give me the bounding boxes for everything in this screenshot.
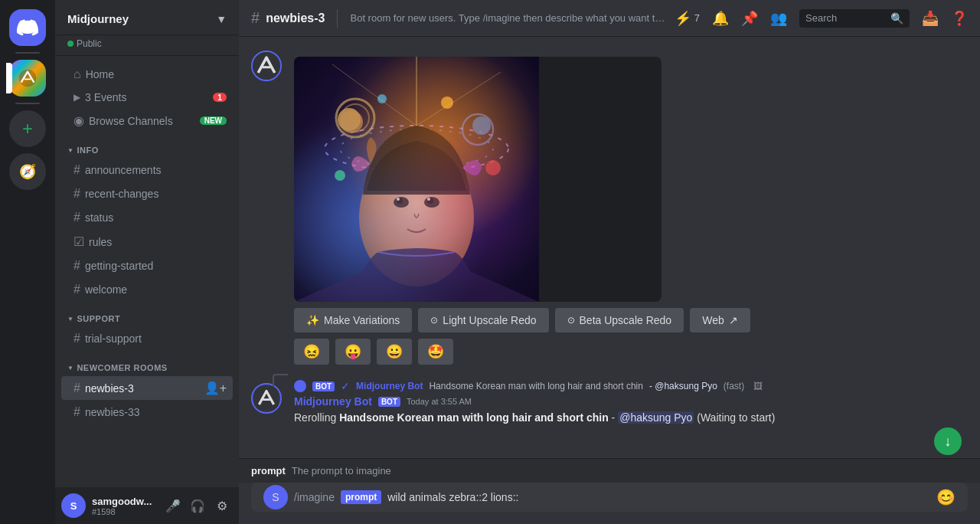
inbox-icon[interactable]: 📥: [922, 10, 939, 27]
mute-button[interactable]: 🎤: [162, 495, 184, 516]
add-user-icon[interactable]: 👤+: [204, 381, 227, 395]
trial-support-icon: #: [74, 332, 80, 346]
deafen-button[interactable]: 🎧: [187, 495, 208, 516]
rules-label: rules: [89, 236, 112, 248]
home-icon: ⌂: [74, 67, 81, 81]
message-header-2: Midjourney Bot BOT Today at 3:55 AM: [294, 395, 968, 408]
category-newcomer-rooms[interactable]: ▼ NEWCOMER ROOMS: [55, 351, 239, 375]
reply-line: [273, 374, 288, 386]
ref-media-icon: 🖼: [753, 381, 763, 391]
add-server-icon[interactable]: +: [9, 110, 46, 147]
light-upscale-redo-button[interactable]: ⊙ Light Upscale Redo: [418, 308, 548, 332]
welcome-label: welcome: [85, 283, 127, 296]
ref-bot-badge: BOT: [312, 382, 335, 391]
user-name: samgoodw...: [92, 496, 156, 507]
sidebar-item-newbies-33[interactable]: # newbies-33: [61, 401, 233, 424]
server-header-chevron: ▼: [216, 13, 227, 25]
category-support[interactable]: ▼ SUPPORT: [55, 302, 239, 326]
beta-upscale-label: Beta Upscale Redo: [580, 314, 672, 326]
web-button[interactable]: Web ↗: [690, 308, 750, 332]
light-upscale-label: Light Upscale Redo: [443, 314, 536, 326]
header-divider: [337, 9, 338, 28]
newbies-3-icon: #: [74, 382, 80, 395]
sidebar-item-events[interactable]: ▶ 3 Events 1: [61, 87, 233, 108]
sidebar-item-getting-started[interactable]: # getting-started: [61, 254, 233, 277]
prompt-description: The prompt to imagine: [292, 465, 391, 477]
sidebar-item-newbies-3[interactable]: # newbies-3 👤+: [61, 376, 233, 400]
search-input[interactable]: [805, 12, 884, 24]
slash-command-label: /imagine: [294, 491, 335, 503]
emoji-button[interactable]: 😊: [936, 488, 956, 506]
sidebar-item-status[interactable]: # status: [61, 206, 233, 229]
header-actions: ⚡7 🔔 📌 👥 🔍 📥 ❓: [675, 9, 968, 28]
home-label: Home: [86, 68, 114, 80]
message-content-2: BOT ✓ Midjourney Bot Handsome Korean man…: [294, 380, 968, 426]
scroll-to-bottom-button[interactable]: ↓: [934, 427, 962, 455]
bolt-icon[interactable]: ⚡7: [675, 10, 700, 27]
rules-icon: ☑: [74, 234, 84, 249]
beta-upscale-redo-button[interactable]: ⊙ Beta Upscale Redo: [555, 308, 684, 332]
input-avatar: S: [263, 485, 288, 509]
web-icon: ↗: [729, 314, 738, 326]
message-author-2[interactable]: Midjourney Bot: [294, 395, 372, 408]
search-bar[interactable]: 🔍: [799, 9, 910, 28]
server-name: Midjourney: [67, 12, 129, 25]
help-icon[interactable]: ❓: [951, 10, 968, 27]
ai-generated-image: [294, 57, 539, 302]
server-divider: [15, 52, 40, 54]
svg-rect-27: [254, 386, 279, 411]
category-info-chevron: ▼: [67, 147, 74, 154]
user-info: samgoodw... #1598: [92, 496, 156, 516]
bot-badge-2: BOT: [378, 397, 400, 407]
status-icon: #: [74, 211, 80, 224]
midjourney-bot-avatar-2: [251, 383, 282, 414]
ref-mention: - @haksung Pyo: [649, 381, 717, 391]
channel-sidebar: Midjourney ▼ Public ⌂ Home ▶ 3 Events 1 …: [55, 0, 239, 524]
midjourney-server-icon[interactable]: [9, 60, 46, 97]
image-glow: [294, 57, 539, 302]
messages-area[interactable]: ✨ Make Variations ⊙ Light Upscale Redo ⊙…: [239, 37, 980, 458]
server-header[interactable]: Midjourney ▼: [55, 0, 239, 35]
notification-icon[interactable]: 🔔: [712, 10, 729, 27]
channel-hash-icon: #: [251, 9, 260, 27]
category-info[interactable]: ▼ INFO: [55, 133, 239, 158]
message-group-2: BOT ✓ Midjourney Bot Handsome Korean man…: [251, 378, 968, 427]
trial-support-label: trial-support: [85, 332, 142, 345]
members-icon[interactable]: 👥: [770, 10, 787, 27]
message-content-1: ✨ Make Variations ⊙ Light Upscale Redo ⊙…: [294, 51, 968, 365]
message-input[interactable]: [387, 483, 930, 512]
discover-servers-icon[interactable]: 🧭: [9, 153, 46, 190]
main-content: # newbies-3 Bot room for new users. Type…: [239, 0, 980, 524]
announcements-label: announcements: [85, 164, 162, 176]
discord-home-icon[interactable]: [9, 9, 46, 46]
ref-verified-icon: ✓: [341, 380, 350, 392]
settings-button[interactable]: ⚙: [211, 495, 233, 516]
announcements-icon: #: [74, 163, 80, 177]
sidebar-item-trial-support[interactable]: # trial-support: [61, 327, 233, 350]
sidebar-item-announcements[interactable]: # announcements: [61, 159, 233, 182]
prompt-bar: prompt The prompt to imagine: [239, 458, 980, 483]
reaction-btn-4[interactable]: 🤩: [418, 339, 453, 365]
sidebar-item-browse[interactable]: ◉ Browse Channels NEW: [61, 109, 233, 133]
user-avatar[interactable]: S: [61, 493, 86, 518]
user-area: S samgoodw... #1598 🎤 🎧 ⚙: [55, 487, 239, 524]
reaction-btn-1[interactable]: 😖: [294, 339, 329, 365]
make-variations-icon: ✨: [306, 314, 319, 326]
sidebar-item-welcome[interactable]: # welcome: [61, 278, 233, 301]
reroll-prompt: Handsome Korean man with long hair and s…: [339, 411, 609, 424]
sidebar-item-home[interactable]: ⌂ Home: [61, 63, 233, 86]
message-ref: BOT ✓ Midjourney Bot Handsome Korean man…: [294, 380, 968, 392]
scroll-down-icon: ↓: [945, 434, 952, 450]
make-variations-button[interactable]: ✨ Make Variations: [294, 308, 412, 332]
reaction-btn-2[interactable]: 😛: [335, 339, 371, 365]
public-status-dot: [67, 41, 74, 47]
pin-icon[interactable]: 📌: [741, 10, 758, 27]
mention-haksung[interactable]: @haksung Pyo: [618, 411, 694, 424]
server-public-label: Public: [77, 38, 102, 49]
channel-list: ⌂ Home ▶ 3 Events 1 ◉ Browse Channels NE…: [55, 56, 239, 487]
category-support-chevron: ▼: [67, 316, 74, 323]
category-newcomer-rooms-label: NEWCOMER ROOMS: [77, 363, 167, 372]
sidebar-item-recent-changes[interactable]: # recent-changes: [61, 182, 233, 205]
reaction-btn-3[interactable]: 😀: [377, 339, 412, 365]
sidebar-item-rules[interactable]: ☑ rules: [61, 230, 233, 254]
